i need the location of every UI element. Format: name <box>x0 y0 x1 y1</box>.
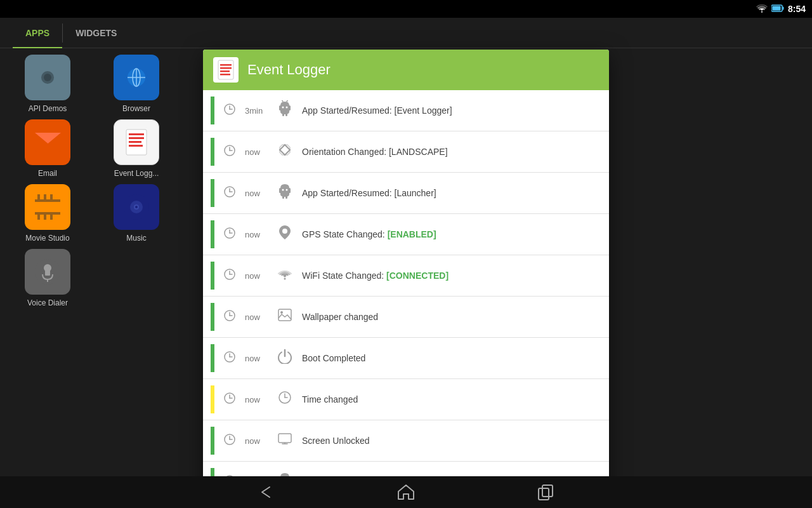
event-indicator-green <box>211 179 214 207</box>
event-row: now Time changed <box>203 379 609 420</box>
clock-icon <box>222 433 237 449</box>
event-indicator-green <box>211 303 214 331</box>
event-indicator-green <box>211 262 214 290</box>
image-icon <box>275 308 294 326</box>
event-time: now <box>245 189 268 198</box>
status-time: 8:54 <box>788 4 806 14</box>
android-icon <box>275 100 294 121</box>
event-time: 3min <box>245 106 268 116</box>
event-time: now <box>245 354 268 363</box>
svg-rect-85 <box>282 196 284 199</box>
svg-rect-84 <box>289 188 291 193</box>
svg-line-70 <box>287 100 288 102</box>
event-text: WiFi State Changed: [CONNECTED] <box>302 271 601 281</box>
back-button[interactable] <box>254 479 279 505</box>
modal-overlay: Event Logger 3min App Started/Resumed: [… <box>0 18 812 476</box>
event-row: now Wallpaper changed <box>203 297 609 338</box>
event-time: now <box>245 436 268 446</box>
svg-rect-72 <box>289 105 291 110</box>
event-time: now <box>245 230 268 239</box>
clock-icon <box>222 103 237 119</box>
event-row: now Orientation Changed: [LANDSCAPE] <box>203 131 609 173</box>
event-text: Time changed <box>302 394 601 404</box>
svg-rect-71 <box>279 105 281 110</box>
svg-rect-60 <box>220 64 232 66</box>
clock-icon <box>222 144 237 160</box>
svg-point-82 <box>286 189 288 191</box>
clock-icon <box>222 351 237 366</box>
svg-rect-63 <box>220 74 230 76</box>
clock-icon <box>222 392 237 408</box>
svg-rect-86 <box>285 196 287 199</box>
svg-line-69 <box>282 100 283 102</box>
event-time: now <box>245 312 268 322</box>
clock-icon <box>222 309 237 325</box>
clock-icon <box>222 268 237 284</box>
power-icon <box>275 349 294 368</box>
wifi-highlight: [CONNECTED] <box>386 271 449 281</box>
event-text: Screen Unlocked <box>302 436 601 446</box>
location-icon <box>275 224 294 244</box>
event-indicator-green <box>211 220 214 248</box>
svg-rect-125 <box>539 488 549 500</box>
gps-highlight: [ENABLED] <box>388 229 436 239</box>
svg-rect-83 <box>279 188 281 193</box>
event-time: now <box>245 147 268 157</box>
android-icon <box>275 183 294 203</box>
navigation-bar <box>0 476 812 508</box>
modal-header: Event Logger <box>203 50 609 90</box>
event-indicator-yellow <box>211 385 214 413</box>
home-button[interactable] <box>393 479 419 505</box>
event-row: now GPS State Changed: [ENABLED] <box>203 214 609 255</box>
event-indicator-green <box>211 97 214 124</box>
svg-point-68 <box>286 107 288 109</box>
event-time: now <box>245 395 268 404</box>
event-row: now Screen Unlocked <box>203 420 609 462</box>
event-row: now Boot Completed <box>203 338 609 379</box>
svg-point-94 <box>284 278 286 280</box>
modal-header-icon <box>213 57 239 83</box>
wifi-event-icon <box>275 267 294 284</box>
screen-icon <box>275 432 294 449</box>
clock-icon <box>222 227 237 243</box>
rotate-icon <box>275 142 294 161</box>
time-icon <box>275 391 294 408</box>
event-text: App Started/Resumed: [Event Logger] <box>302 105 601 116</box>
event-logger-modal: Event Logger 3min App Started/Resumed: [… <box>203 50 609 502</box>
event-list: 3min App Started/Resumed: [Event Logger]… <box>203 90 609 502</box>
event-indicator-green <box>211 427 214 455</box>
svg-point-67 <box>282 107 284 109</box>
event-time: now <box>245 271 268 281</box>
event-row: 3min App Started/Resumed: [Event Logger] <box>203 90 609 131</box>
svg-rect-124 <box>542 485 553 497</box>
svg-rect-73 <box>282 113 284 116</box>
event-text: GPS State Changed: [ENABLED] <box>302 229 601 239</box>
svg-rect-59 <box>218 60 233 79</box>
svg-point-99 <box>280 311 283 314</box>
event-text: Boot Completed <box>302 353 601 363</box>
svg-rect-1 <box>782 7 783 10</box>
svg-rect-74 <box>285 113 287 116</box>
modal-title: Event Logger <box>247 62 331 78</box>
battery-icon <box>771 4 784 14</box>
svg-point-81 <box>282 189 284 191</box>
event-text: Wallpaper changed <box>302 312 601 322</box>
status-bar: 8:54 <box>0 0 812 18</box>
svg-rect-2 <box>772 6 780 11</box>
svg-rect-61 <box>220 67 232 69</box>
svg-rect-62 <box>220 70 230 72</box>
event-text: App Started/Resumed: [Launcher] <box>302 188 601 198</box>
event-text: Orientation Changed: [LANDSCAPE] <box>302 147 601 157</box>
event-row: now App Started/Resumed: [Launcher] <box>203 173 609 214</box>
event-row: now WiFi State Changed: [CONNECTED] <box>203 255 609 297</box>
event-indicator-green <box>211 138 214 166</box>
svg-rect-112 <box>278 434 291 443</box>
wifi-icon <box>756 4 768 15</box>
recent-apps-button[interactable] <box>533 479 558 505</box>
svg-point-90 <box>282 229 287 234</box>
svg-rect-98 <box>278 309 291 321</box>
clock-icon <box>222 185 237 201</box>
event-indicator-green <box>211 344 214 372</box>
